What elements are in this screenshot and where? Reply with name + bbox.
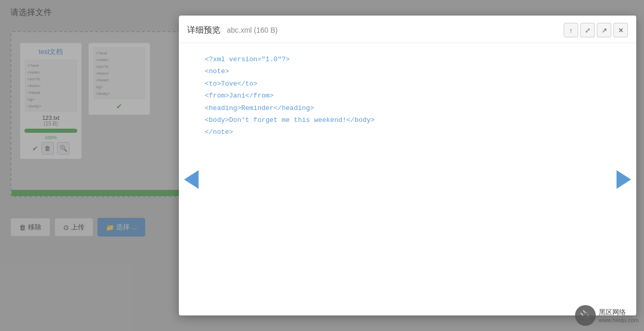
nav-next-button[interactable] — [614, 170, 633, 189]
expand-button[interactable]: ↗ — [597, 23, 611, 37]
modal-header: 详细预览 abc.xml (160 B) ↑ ⤢ ↗ ✕ — [179, 16, 636, 43]
xml-line-3: <to>Tove</to> — [205, 78, 610, 90]
xml-line-2: <note> — [205, 65, 610, 77]
watermark-brand: 黑区网络 — [599, 308, 639, 317]
close-button[interactable]: ✕ — [613, 23, 628, 37]
arrow-left-icon — [184, 170, 199, 189]
watermark: 🔌 黑区网络 www.heiqu.com — [575, 305, 639, 326]
modal-controls: ↑ ⤢ ↗ ✕ — [564, 23, 628, 37]
modal-title: 详细预览 — [187, 25, 220, 34]
watermark-url: www.heiqu.com — [599, 317, 639, 323]
xml-line-5: <heading>Reminder</heading> — [205, 102, 610, 114]
watermark-logo: 🔌 — [575, 305, 596, 326]
modal-title-group: 详细预览 abc.xml (160 B) — [187, 25, 278, 36]
xml-line-4: <from>Jani</from> — [205, 90, 610, 102]
xml-line-7: </note> — [205, 126, 610, 138]
fullscreen-expand-icon: ⤢ — [585, 26, 591, 34]
xml-line-1: <?xml version="1.0"?> — [205, 53, 610, 65]
modal-filename: abc.xml (160 B) — [227, 26, 277, 34]
arrow-right-icon — [617, 170, 631, 189]
watermark-text-group: 黑区网络 www.heiqu.com — [599, 308, 639, 323]
watermark-logo-symbol: 🔌 — [580, 310, 591, 321]
preview-modal: 详细预览 abc.xml (160 B) ↑ ⤢ ↗ ✕ — [179, 16, 636, 315]
pin-button[interactable]: ↑ — [564, 23, 578, 37]
modal-body: <?xml version="1.0"?> <note> <to>Tove</t… — [179, 43, 636, 315]
xml-content: <?xml version="1.0"?> <note> <to>Tove</t… — [205, 53, 610, 139]
close-icon: ✕ — [618, 26, 624, 34]
expand-icon: ↗ — [601, 26, 607, 34]
pin-icon: ↑ — [569, 26, 573, 34]
nav-prev-button[interactable] — [182, 170, 201, 189]
xml-line-6: <body>Don't forget me this weekend!</bod… — [205, 114, 610, 126]
fullscreen-expand-button[interactable]: ⤢ — [580, 23, 595, 37]
